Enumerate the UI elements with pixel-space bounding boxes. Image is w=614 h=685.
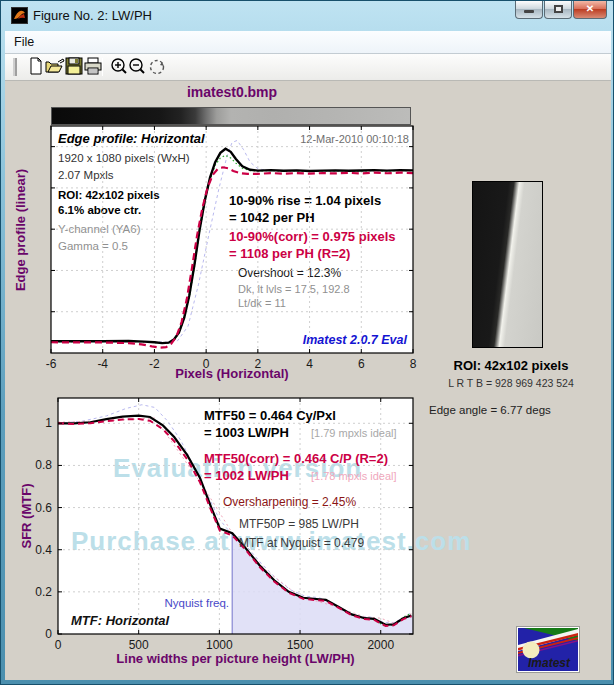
title-bar[interactable]: Figure No. 2: LW/PH ✕ (1, 1, 613, 31)
edge-angle: Edge angle = 6.77 degs (429, 404, 551, 416)
oversharpening: Oversharpening = 2.45% (223, 495, 356, 509)
xtick-label: 2000 (367, 638, 394, 652)
xtick-label: 500 (129, 638, 149, 652)
ytick-label: 0.6 (35, 501, 52, 515)
open-file-button[interactable] (45, 57, 67, 78)
window-title: Figure No. 2: LW/PH (33, 8, 152, 23)
rotate-button[interactable] (147, 57, 169, 78)
mtf50-ideal: [1.79 mpxls ideal] (311, 427, 397, 439)
open-folder-icon (45, 57, 65, 75)
mtf50corr-ideal: [1.78 mpxls ideal] (311, 470, 397, 482)
series-edge-linear-black (51, 149, 413, 343)
mtf50corr-line1: MTF50(corr) = 0.464 C/P (R=2) (204, 451, 388, 466)
imatest-logo-text: Imatest (528, 656, 571, 670)
series-smoothed-green (51, 155, 413, 343)
mtf-plot-caption: MTF: Horizontal (71, 613, 169, 628)
roi-thumbnail (472, 181, 543, 348)
mtf50-line2: = 1003 LW/PH (204, 425, 289, 440)
zoom-out-icon (127, 57, 147, 77)
toolbar-grip[interactable] (13, 58, 17, 76)
zoom-in-icon (109, 57, 129, 77)
figure-filename-title: imatest0.bmp (51, 84, 413, 100)
new-file-icon (27, 57, 45, 75)
xtick-label: 1000 (206, 638, 233, 652)
toolbar (5, 54, 611, 81)
roi-lrtb: L R T B = 928 969 423 524 (431, 377, 591, 389)
toolbar-separator (102, 58, 103, 76)
ytick-label: 0.2 (35, 585, 52, 599)
matlab-app-icon (11, 7, 28, 24)
ytick-label: 0.4 (35, 543, 52, 557)
ytick-label: 0 (45, 627, 52, 641)
mtf50corr-line2: = 1002 LW/PH (204, 468, 289, 483)
menu-file[interactable]: File (5, 31, 43, 53)
window-controls: ✕ (514, 1, 607, 20)
ytick-label: 0.8 (35, 458, 52, 472)
mtf50-line1: MTF50 = 0.464 Cy/Pxl (204, 408, 336, 423)
restore-icon (554, 5, 563, 13)
close-button[interactable]: ✕ (573, 1, 607, 19)
figure-canvas: imatest0.bmp Edge profile: Horizontal 12… (5, 81, 611, 680)
nyquist-label: Nyquist freq. (105, 597, 229, 609)
series-edge-corrected-red (51, 167, 413, 347)
zoom-out-button[interactable] (127, 57, 149, 78)
roi-caption: ROI: 42x102 pixels (431, 358, 591, 373)
menu-bar: File (5, 31, 611, 54)
close-icon: ✕ (586, 3, 594, 14)
ytick-label: 1 (45, 416, 52, 430)
figure-window: Figure No. 2: LW/PH ✕ File (0, 0, 614, 685)
edge-ylabel: Edge profile (linear) (13, 155, 28, 305)
edge-profile-chart: -6-4-202468 (17, 121, 421, 371)
restore-button[interactable] (544, 1, 572, 19)
mtf50p: MTF50P = 985 LW/PH (239, 517, 359, 531)
minimize-button[interactable] (515, 1, 543, 19)
save-floppy-icon (65, 57, 83, 75)
imatest-logo: Imatest (516, 626, 580, 673)
plot-frame (51, 126, 413, 353)
mtf-at-nyquist: MTF at Nyquist = 0.479 (239, 536, 364, 550)
xtick-label: 0 (55, 638, 62, 652)
xtick-label: 1500 (287, 638, 314, 652)
mtf-ylabel: SFR (MTF) (19, 476, 34, 556)
minimize-icon (524, 10, 534, 13)
printer-icon (83, 57, 103, 75)
edge-xlabel: Pixels (Horizontal) (51, 366, 413, 381)
mtf-xlabel: Line widths per picture height (LW/PH) (58, 651, 413, 666)
rotate-icon (147, 57, 167, 77)
